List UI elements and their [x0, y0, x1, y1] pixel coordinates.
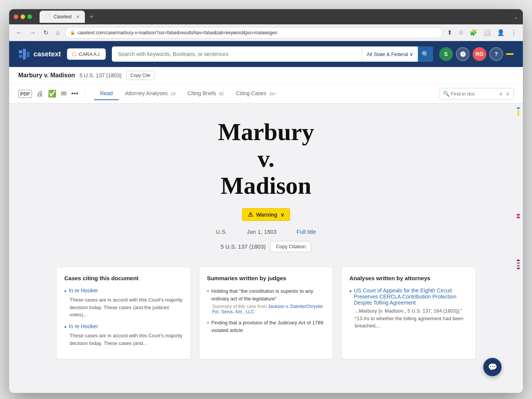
profile-button[interactable]: 👤 — [495, 27, 506, 38]
cases-citing-item-2: In re Hooker These cases are in accord w… — [64, 323, 183, 347]
minimize-button[interactable] — [21, 14, 25, 19]
tab-attorney-analyses[interactable]: Attorney Analyses 19 — [119, 87, 181, 100]
case-name-header: Marbury v. Madison — [18, 72, 75, 79]
logo-area: casetext — [18, 48, 61, 60]
user-profile-button[interactable]: RG — [473, 47, 486, 61]
traffic-lights — [14, 14, 32, 19]
user-initials: RG — [476, 51, 484, 57]
chat-icon: 💬 — [488, 362, 497, 372]
summary-source-link-1[interactable]: Jackson v. DaimlerChrysler Fin. Servs. A… — [212, 304, 323, 314]
meta-separator-2: · — [286, 228, 287, 235]
summary-text-1: Holding that "the constitution is superi… — [211, 287, 325, 302]
more-icon[interactable]: ••• — [71, 90, 78, 98]
new-tab-button[interactable]: + — [86, 13, 97, 21]
cara-ai-button[interactable]: ⬡ CARA A.I. — [67, 48, 106, 60]
analyses-link-1[interactable]: US Court of Appeals for the Eighth Circu… — [349, 287, 468, 306]
cases-citing-link-1[interactable]: In re Hooker — [64, 287, 183, 295]
subscription-button[interactable]: S — [439, 47, 453, 61]
window-controls[interactable]: ⌄ — [514, 14, 518, 20]
right-sidebar-markers-3 — [517, 260, 520, 269]
browser-tab[interactable]: 📄 Casetext ✕ — [40, 11, 85, 23]
search-submit-button[interactable]: 🔍 — [418, 46, 433, 62]
address-bar[interactable]: 🔒 casetext.com/case/marbury-v-madison?ss… — [65, 27, 443, 38]
url-path: /case/marbury-v-madison?ssr=false&result… — [104, 30, 277, 35]
summary-text-2: Finding that a provision of the Judiciar… — [211, 319, 325, 334]
email-icon[interactable]: ✉ — [61, 89, 67, 98]
print-icon[interactable]: 🖨 — [37, 90, 43, 98]
summary-source-1: Summary of this case from Jackson v. Dai… — [207, 304, 325, 314]
search-bar: All State & Federal ∨ 🔍 — [112, 46, 433, 62]
cases-citing-card: Cases citing this document In re Hooker … — [57, 267, 190, 359]
back-button[interactable]: ← — [14, 28, 24, 38]
pdf-download-icon[interactable]: PDF — [18, 90, 32, 98]
toolbar-icons: PDF 🖨 ✅ ✉ ••• — [18, 89, 78, 98]
tab-citing-briefs[interactable]: Citing Briefs 82 — [182, 87, 230, 100]
toolbar-separator — [84, 90, 85, 97]
analyses-text-1: ...Marbury [v. Madison., 5 U.S. 137, 164… — [349, 307, 468, 330]
tab-area: 📄 Casetext ✕ + — [40, 11, 511, 23]
maximize-button[interactable] — [27, 14, 32, 19]
tab-citing-cases[interactable]: Citing Cases 1k+ — [230, 87, 282, 100]
sidebar-marker-teal — [517, 107, 520, 109]
split-view-button[interactable]: ⬜ — [482, 27, 492, 38]
dollar-icon: S — [444, 51, 448, 57]
search-input[interactable] — [112, 46, 362, 62]
nav-actions: ⬆ ☆ 🧩 ⬜ 👤 ⋮ — [446, 27, 518, 38]
save-icon[interactable]: ✅ — [48, 89, 56, 98]
history-icon: 🕐 — [460, 51, 466, 57]
summary-item-2: Finding that a provision of the Judiciar… — [207, 319, 325, 334]
main-content: Marbury v. Madison ⚠ Warning ∨ U.S. · Ja… — [9, 104, 523, 393]
app-container: casetext ⬡ CARA A.I. All State & Federal… — [9, 41, 523, 393]
warning-label: Warning — [256, 212, 277, 218]
url-domain: casetext.com — [78, 30, 105, 35]
find-next-button[interactable]: ∨ — [505, 90, 510, 97]
forward-button[interactable]: → — [27, 28, 38, 38]
sidebar-marker-pink-3 — [517, 268, 520, 269]
case-full-title-link[interactable]: Full title — [296, 228, 316, 235]
analyses-title: Analyses written by attorneys — [349, 275, 468, 281]
find-prev-button[interactable]: ∧ — [498, 90, 503, 97]
more-options-button[interactable]: ⋮ — [509, 27, 518, 38]
tab-favicon: 📄 — [45, 14, 51, 19]
cara-icon: ⬡ — [72, 51, 76, 57]
chat-button[interactable]: 💬 — [483, 358, 502, 376]
doc-toolbar: PDF 🖨 ✅ ✉ ••• Read Attorney Analyses 19 … — [9, 84, 523, 104]
warning-badge[interactable]: ⚠ Warning ∨ — [242, 208, 290, 221]
case-meta: U.S. · Jan 1, 1803 · Full title — [216, 228, 316, 235]
help-button[interactable]: ? — [489, 47, 503, 61]
find-input[interactable] — [451, 91, 497, 97]
header-actions: S 🕐 RG ? — [439, 47, 514, 61]
menu-stripe[interactable] — [506, 53, 514, 55]
cards-section: Cases citing this document In re Hooker … — [57, 267, 475, 359]
close-button[interactable] — [14, 14, 18, 19]
logo-text: casetext — [33, 50, 61, 58]
help-icon: ? — [495, 51, 498, 57]
copy-citation-button[interactable]: Copy Citation — [270, 241, 311, 252]
case-title: Marbury v. Madison — [218, 119, 314, 199]
copy-cite-button[interactable]: Copy Cite — [126, 71, 155, 80]
home-button[interactable]: ⌂ — [54, 28, 62, 38]
tab-close-button[interactable]: ✕ — [76, 14, 80, 19]
summary-item-1: Holding that "the constitution is superi… — [207, 287, 325, 302]
reload-button[interactable]: ↻ — [41, 27, 51, 38]
warning-triangle-icon: ⚠ — [248, 211, 253, 218]
search-scope-dropdown[interactable]: All State & Federal ∨ — [362, 46, 418, 62]
history-button[interactable]: 🕐 — [456, 47, 470, 61]
share-button[interactable]: ⬆ — [446, 27, 454, 38]
tab-read[interactable]: Read — [94, 87, 119, 100]
search-icon: 🔍 — [422, 51, 429, 58]
find-in-doc: 🔍 ∧ ∨ — [440, 88, 514, 99]
case-court: U.S. — [216, 228, 227, 235]
svg-rect-3 — [27, 52, 30, 57]
tab-read-label: Read — [100, 90, 113, 96]
cara-btn-label: CARA A.I. — [79, 51, 101, 57]
svg-rect-0 — [19, 50, 22, 53]
citation-text: 5 U.S. 137 (1803) — [221, 243, 266, 250]
analyses-item-1: US Court of Appeals for the Eighth Circu… — [349, 287, 468, 330]
bookmark-button[interactable]: ☆ — [457, 27, 465, 38]
tab-title: Casetext — [54, 14, 72, 19]
cases-citing-title: Cases citing this document — [64, 275, 183, 281]
case-citation-main: 5 U.S. 137 (1803) Copy Citation — [221, 241, 311, 252]
cases-citing-link-2[interactable]: In re Hooker — [64, 323, 183, 330]
extensions-button[interactable]: 🧩 — [468, 27, 479, 38]
